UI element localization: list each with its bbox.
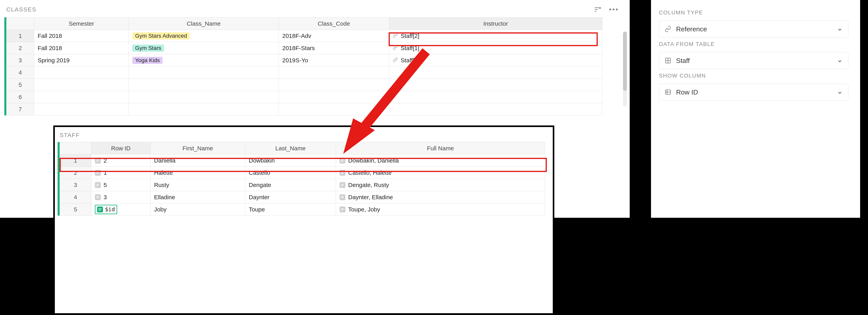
record-card-icon [95, 170, 101, 176]
record-card-icon [340, 158, 345, 163]
cell-first-name[interactable]: Rusty [151, 179, 245, 191]
row-number[interactable]: 1 [60, 154, 91, 167]
select-show-column[interactable]: Row ID [659, 84, 848, 101]
more-menu-icon[interactable]: ••• [610, 5, 618, 14]
row-number[interactable]: 1 [6, 30, 34, 42]
table-icon [664, 57, 671, 64]
cell-class-code[interactable]: 2018F-Adv [279, 30, 389, 42]
cell-instructor[interactable]: Staff[1] [389, 42, 602, 54]
rownum-header[interactable] [6, 18, 34, 30]
table-row[interactable]: 5 [6, 79, 602, 91]
table-row[interactable]: 7 [6, 103, 602, 116]
cell-class-name[interactable]: Yoga Kids [129, 54, 279, 66]
table-row[interactable]: 35RustyDengateDengate, Rusty [60, 179, 545, 191]
cell-last-name[interactable]: Dengate [245, 179, 336, 191]
table-row[interactable]: 5$idJobyToupeToupe, Joby [60, 203, 545, 216]
cell-last-name[interactable]: Daynter [245, 191, 336, 203]
record-card-icon [95, 182, 101, 188]
cell-semester[interactable]: Fall 2018 [34, 42, 129, 54]
cell-last-name[interactable]: Toupe [245, 203, 336, 216]
cell-first-name[interactable]: Halette [151, 167, 245, 179]
link-icon [393, 45, 398, 52]
record-card-icon [340, 207, 345, 213]
cell-full-name[interactable]: Daynter, Elladine [336, 191, 545, 203]
row-number[interactable]: 3 [60, 179, 91, 191]
cell-full-name[interactable]: Toupe, Joby [336, 203, 545, 216]
cell-row-id[interactable]: 3 [91, 191, 151, 203]
table-row[interactable]: 1Fall 2018Gym Stars Advanced2018F-AdvSta… [6, 30, 602, 42]
row-number[interactable]: 7 [6, 103, 34, 116]
record-card-icon [340, 194, 345, 200]
row-number[interactable]: 4 [6, 66, 34, 79]
select-data-from-table[interactable]: Staff [659, 52, 848, 69]
staff-card: STAFF Row ID First_Name Last_Name Full N… [53, 125, 554, 315]
staff-header-row: Row ID First_Name Last_Name Full Name [60, 142, 545, 154]
table-row[interactable]: 21HaletteCastelloCastello, Halette [60, 167, 545, 179]
chevron-down-icon [837, 26, 842, 32]
cell-last-name[interactable]: Dowbakin [245, 154, 336, 167]
filter-sort-icon[interactable] [593, 5, 602, 14]
table-row[interactable]: 4 [6, 66, 602, 79]
cell-full-name[interactable]: Dengate, Rusty [336, 179, 545, 191]
col-class-code[interactable]: Class_Code [279, 18, 389, 30]
cell-first-name[interactable]: Daniella [151, 154, 245, 167]
cell-first-name[interactable]: Elladine [151, 191, 245, 203]
cell-class-code[interactable]: 2018F-Stars [279, 42, 389, 54]
col-class-name[interactable]: Class_Name [129, 18, 279, 30]
cell-first-name[interactable]: Joby [151, 203, 245, 216]
cell-class-name[interactable]: Gym Stars Advanced [129, 30, 279, 42]
cell-full-name[interactable]: Castello, Halette [336, 167, 545, 179]
col-first-name[interactable]: First_Name [151, 142, 245, 154]
cell-row-id[interactable]: 2 [91, 154, 151, 167]
col-row-id[interactable]: Row ID [91, 142, 151, 154]
row-number[interactable]: 4 [60, 191, 91, 203]
link-icon [393, 57, 398, 64]
classes-title: CLASSES [6, 6, 36, 13]
record-card-icon [340, 170, 345, 176]
classes-table[interactable]: Semester Class_Name Class_Code Instructo… [4, 18, 600, 116]
cell-full-name[interactable]: Dowbakin, Daniella [336, 154, 545, 167]
row-number[interactable]: 2 [6, 42, 34, 54]
select-column-type-value: Reference [676, 25, 707, 33]
link-icon [664, 26, 671, 32]
cell-semester[interactable]: Fall 2018 [34, 30, 129, 42]
row-number[interactable]: 6 [6, 91, 34, 103]
staff-table[interactable]: Row ID First_Name Last_Name Full Name 12… [58, 142, 549, 216]
chevron-down-icon [837, 58, 842, 63]
rownum-header[interactable] [60, 142, 91, 154]
cell-class-code[interactable]: 2019S-Yo [279, 54, 389, 66]
table-row[interactable]: 12DaniellaDowbakinDowbakin, Daniella [60, 154, 545, 167]
col-semester[interactable]: Semester [34, 18, 129, 30]
record-card-icon [340, 182, 345, 188]
col-last-name[interactable]: Last_Name [245, 142, 336, 154]
staff-title: STAFF [58, 131, 549, 142]
col-full-name[interactable]: Full Name [336, 142, 545, 154]
cell-row-id[interactable]: $id [91, 203, 151, 216]
vertical-scrollbar[interactable] [623, 32, 627, 106]
table-row[interactable]: 2Fall 2018Gym Stars2018F-StarsStaff[1] [6, 42, 602, 54]
table-row[interactable]: 6 [6, 91, 602, 103]
label-data-from-table: DATA FROM TABLE [659, 41, 848, 48]
formula-editor[interactable]: $id [95, 205, 117, 214]
record-card-icon [95, 158, 101, 163]
cell-instructor[interactable]: Staff[2] [389, 30, 602, 42]
cell-last-name[interactable]: Castello [245, 167, 336, 179]
cell-semester[interactable]: Spring 2019 [34, 54, 129, 66]
cell-row-id[interactable]: 5 [91, 179, 151, 191]
col-instructor[interactable]: Instructor [389, 18, 602, 30]
cell-class-name[interactable]: Gym Stars [129, 42, 279, 54]
row-number[interactable]: 2 [60, 167, 91, 179]
table-row[interactable]: 3Spring 2019Yoga Kids2019S-YoStaff[4] [6, 54, 602, 66]
list-icon [664, 89, 671, 95]
row-number[interactable]: 3 [6, 54, 34, 66]
classes-header-row: Semester Class_Name Class_Code Instructo… [6, 18, 602, 30]
select-column-type[interactable]: Reference [659, 21, 848, 37]
row-number[interactable]: 5 [60, 203, 91, 216]
cell-row-id[interactable]: 1 [91, 167, 151, 179]
label-show-column: SHOW COLUMN [659, 72, 848, 79]
select-show-column-value: Row ID [676, 88, 698, 96]
link-icon [393, 33, 398, 39]
table-row[interactable]: 43ElladineDaynterDaynter, Elladine [60, 191, 545, 203]
cell-instructor[interactable]: Staff[4] [389, 54, 602, 66]
row-number[interactable]: 5 [6, 79, 34, 91]
